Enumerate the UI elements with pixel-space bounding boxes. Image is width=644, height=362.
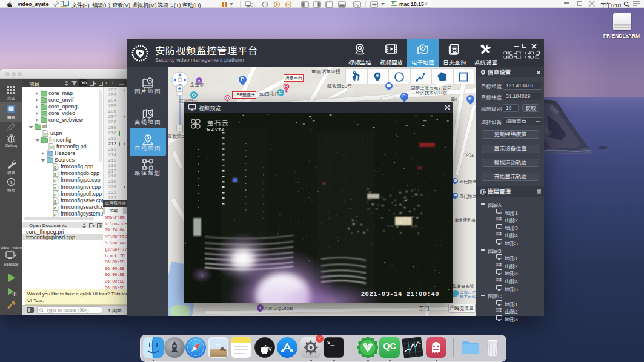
svg-text:c: c xyxy=(54,179,56,183)
svg-text:tv: tv xyxy=(267,345,272,352)
svg-text:c: c xyxy=(54,199,56,203)
svg-text:c: c xyxy=(54,172,56,176)
svg-text:c: c xyxy=(54,212,56,217)
svg-text:?: ? xyxy=(10,180,13,185)
svg-text:c: c xyxy=(54,165,56,169)
svg-text:c: c xyxy=(54,192,56,196)
svg-text:c: c xyxy=(54,206,56,210)
svg-text:c: c xyxy=(54,185,56,189)
